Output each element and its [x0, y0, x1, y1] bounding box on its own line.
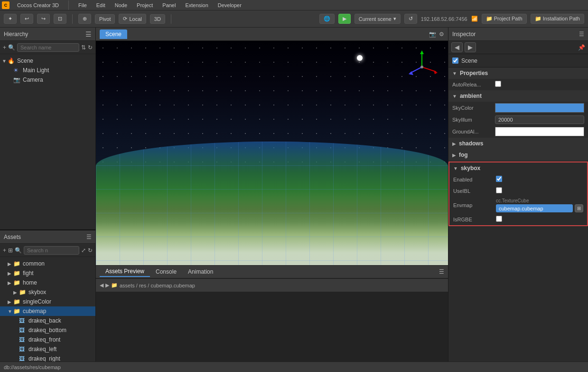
tab-assets-preview[interactable]: Assets Preview	[100, 267, 150, 277]
menu-project[interactable]: Project	[135, 1, 155, 9]
asset-cubemap[interactable]: ▼ 📁 cubemap	[0, 306, 95, 316]
asset-home[interactable]: ▶ 📁 home	[0, 278, 95, 287]
local-btn[interactable]: ⟳ Local	[119, 14, 146, 24]
menu-developer[interactable]: Developer	[216, 1, 243, 9]
pivot-btn[interactable]: Pivot	[95, 14, 115, 24]
asset-fight[interactable]: ▶ 📁 fight	[0, 268, 95, 278]
assets-sort-btn[interactable]: ⊞	[8, 247, 13, 254]
menu-edit[interactable]: Edit	[94, 1, 107, 9]
asset-skybox[interactable]: ▶ 📁 skybox	[0, 287, 95, 297]
img-icon: 🖼	[19, 317, 27, 324]
scene-settings-btn[interactable]: ⚙	[439, 31, 444, 38]
run-btn[interactable]: ▶	[338, 14, 351, 24]
svg-marker-1	[420, 50, 424, 54]
inspector-panel: Inspector ☰ ◀ ▶ 📌 Scene ▼ Properties Aut…	[448, 28, 588, 372]
isrgbe-checkbox[interactable]	[496, 216, 502, 222]
refresh-btn[interactable]: ↺	[404, 14, 417, 24]
assets-menu-btn[interactable]: ☰	[86, 234, 92, 240]
scene-tab[interactable]: Scene	[100, 29, 127, 39]
asset-drakeq-bottom[interactable]: 🖼 drakeq_bottom	[0, 325, 95, 335]
installation-path-btn[interactable]: 📁 Installation Path	[531, 14, 584, 24]
add-hierarchy-btn[interactable]: +	[3, 44, 6, 51]
assets-expand-btn[interactable]: ⤢	[81, 247, 86, 254]
envmap-pick-btn[interactable]: ⊞	[575, 204, 583, 212]
asset-drakeq-left[interactable]: 🖼 drakeq_left	[0, 344, 95, 354]
fog-section-header[interactable]: ▶ fog	[448, 149, 588, 161]
useibl-checkbox[interactable]	[496, 187, 502, 193]
shadows-arrow: ▶	[452, 141, 456, 146]
img-icon4: 🖼	[19, 346, 27, 353]
autorelease-checkbox[interactable]	[495, 81, 501, 87]
hierarchy-search-input[interactable]	[17, 43, 79, 52]
properties-title: Properties	[460, 70, 488, 76]
project-path-btn[interactable]: 📁 Project Path	[482, 14, 527, 24]
main-area: Hierarchy ☰ + 🔍 ⇅ ↻ ▼ 🔥 Scene	[0, 28, 588, 372]
home-folder-icon: 📁	[13, 279, 21, 286]
menu-file[interactable]: File	[76, 1, 89, 9]
svg-point-6	[420, 66, 423, 68]
envmap-input[interactable]	[496, 204, 573, 212]
envmap-row: Envmap cc.TextureCube ⊞	[449, 197, 587, 214]
status-path: db://assets/res/cubemap	[4, 364, 61, 370]
search-hierarchy-btn[interactable]: 🔍	[8, 44, 15, 51]
tree-item-camera[interactable]: 📷 Camera	[0, 75, 95, 85]
menu-extension[interactable]: Extension	[183, 1, 210, 9]
menu-node[interactable]: Node	[113, 1, 129, 9]
tree-item-main-light[interactable]: ☀ Main Light	[0, 66, 95, 75]
tab-animation[interactable]: Animation	[182, 267, 219, 277]
assets-search-btn[interactable]: 🔍	[15, 247, 22, 254]
globe-btn[interactable]: 🌐	[319, 14, 335, 24]
bottom-panel-menu[interactable]: ☰	[439, 268, 444, 275]
tree-item-scene[interactable]: ▼ 🔥 Scene	[0, 56, 95, 66]
scene-camera-btn[interactable]: 📷	[429, 31, 436, 38]
menu-panel[interactable]: Panel	[160, 1, 177, 9]
asset-singlecolor[interactable]: ▶ 📁 singleColor	[0, 297, 95, 306]
add-node-btn[interactable]: ✦	[4, 14, 17, 24]
assets-search-input[interactable]	[24, 246, 79, 255]
skycolor-swatch[interactable]	[495, 103, 584, 113]
inspector-back-btn[interactable]: ◀	[451, 42, 463, 52]
redo-btn[interactable]: ↪	[37, 14, 50, 24]
autorelease-row: AutoRelea...	[448, 79, 588, 90]
scene-main: Scene 📷 ⚙	[96, 28, 448, 372]
img-icon2: 🖼	[19, 327, 27, 334]
inspector-forward-btn[interactable]: ▶	[465, 42, 476, 52]
asset-drakeq-front[interactable]: 🖼 drakeq_front	[0, 335, 95, 344]
ambient-title: ambient	[460, 93, 482, 99]
nav-prev-btn[interactable]: ◀	[100, 282, 103, 288]
groundal-label: GroundAl...	[452, 129, 495, 134]
skybox-section-header[interactable]: ▼ skybox	[449, 162, 587, 174]
groundal-swatch[interactable]	[495, 127, 584, 136]
properties-section-header[interactable]: ▼ Properties	[448, 67, 588, 79]
hierarchy-refresh-btn[interactable]: ↻	[88, 44, 93, 51]
asset-drakeq-back[interactable]: 🖼 drakeq_back	[0, 316, 95, 325]
camera-label: Camera	[23, 76, 43, 83]
scene-active-checkbox[interactable]	[452, 57, 458, 64]
nav-next-btn[interactable]: ▶	[105, 282, 109, 288]
inspector-menu-btn[interactable]: ☰	[579, 31, 584, 38]
scene-select[interactable]: Current scene ▾	[355, 14, 401, 24]
hierarchy-menu-btn[interactable]: ☰	[85, 30, 92, 38]
scene-gizmo[interactable]	[405, 50, 439, 84]
common-arrow: ▶	[8, 261, 13, 267]
asset-common[interactable]: ▶ 📁 common	[0, 259, 95, 268]
hierarchy-sort-btn[interactable]: ⇅	[81, 44, 86, 51]
3d-btn[interactable]: 3D	[150, 14, 165, 24]
ambient-section-header[interactable]: ▼ ambient	[448, 90, 588, 102]
add-assets-btn[interactable]: +	[3, 247, 6, 254]
fog-title: fog	[459, 152, 468, 158]
undo-btn[interactable]: ↩	[20, 14, 33, 24]
move-btn[interactable]: ⊕	[78, 14, 91, 24]
tab-console[interactable]: Console	[150, 267, 182, 277]
assets-refresh-btn[interactable]: ↻	[88, 247, 93, 254]
scene-toolbar-right: 📷 ⚙	[429, 31, 444, 38]
scene-viewport[interactable]	[96, 41, 448, 265]
skyillum-label: SkyIllum	[452, 117, 495, 123]
inspector-pin-btn[interactable]: 📌	[578, 44, 585, 51]
fullscreen-btn[interactable]: ⊡	[54, 14, 66, 24]
fight-folder-icon: 📁	[13, 270, 21, 277]
enabled-value	[496, 176, 583, 183]
enabled-checkbox[interactable]	[496, 176, 502, 182]
shadows-section-header[interactable]: ▶ shadows	[448, 138, 588, 149]
skyillum-input[interactable]	[495, 115, 584, 124]
